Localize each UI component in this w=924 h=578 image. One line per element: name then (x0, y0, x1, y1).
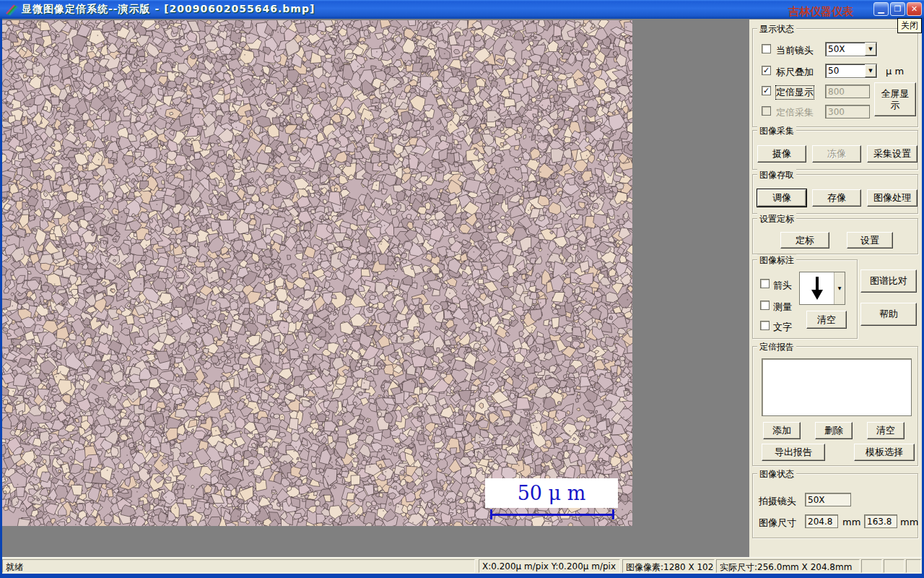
report-clear-button[interactable]: 清空 (867, 422, 905, 439)
check-icon: ✓ (763, 86, 770, 95)
group-display-status: 显示状态 当前镜头 50X ▼ ✓ 标尺叠加 50 ▼ μ m ✓ 定倍显示 8… (752, 28, 918, 127)
group-report-title: 定倍报告 (757, 341, 796, 353)
current-lens-select[interactable]: 50X ▼ (825, 42, 877, 56)
close-icon: ✕ (911, 4, 918, 14)
chevron-down-icon[interactable]: ▼ (865, 43, 876, 56)
atlas-compare-button[interactable]: 图谱比对 (860, 269, 917, 293)
current-lens-checkbox[interactable] (762, 44, 771, 53)
status-extra-pane (884, 559, 905, 573)
report-delete-button[interactable]: 删除 (815, 422, 853, 439)
load-image-button-label: 调像 (772, 192, 791, 204)
minimize-icon: ▁ (878, 4, 884, 14)
close-button[interactable]: ✕ (907, 2, 922, 16)
capture-settings-button-label: 采集设置 (873, 148, 911, 160)
fixed-display-checkbox[interactable]: ✓ (762, 86, 771, 95)
status-extra-pane (906, 559, 921, 573)
settings-button[interactable]: 设置 (847, 232, 893, 249)
group-calibration-title: 设置定标 (757, 213, 796, 225)
image-width-unit: mm (842, 517, 860, 527)
group-storage-title: 图像存取 (757, 169, 796, 181)
status-bar: 就绪 X:0.200μ m/pix Y:0.200μ m/pix 图像像素:12… (2, 557, 922, 574)
micrograph-image (2, 20, 632, 526)
arrow-checkbox-label: 箭头 (773, 279, 792, 292)
client-area: 50 μ m 显示状态 当前镜头 50X ▼ ✓ 标尺叠加 50 ▼ (2, 19, 922, 557)
report-add-button[interactable]: 添加 (763, 422, 801, 439)
group-report: 定倍报告 添加 删除 清空 导出报告 模板选择 (752, 346, 918, 466)
lens-field: 50X (805, 493, 851, 506)
fixed-capture-label: 定倍采集 (776, 106, 814, 119)
scale-overlay-checkbox[interactable]: ✓ (762, 66, 771, 75)
status-resolution: X:0.200μ m/pix Y:0.200μ m/pix (479, 559, 620, 573)
arrow-checkbox[interactable] (760, 279, 770, 288)
control-panel: 显示状态 当前镜头 50X ▼ ✓ 标尺叠加 50 ▼ μ m ✓ 定倍显示 8… (749, 20, 922, 557)
restore-icon: ❐ (894, 4, 902, 14)
group-annotation-title: 图像标注 (757, 254, 796, 267)
annotation-clear-button[interactable]: 清空 (806, 311, 847, 329)
minimize-button[interactable]: ▁ (873, 2, 889, 16)
image-height-field: 163.8 (864, 514, 897, 528)
status-actual-size: 实际尺寸:256.0mm X 204.8mm (716, 559, 860, 573)
restore-button[interactable]: ❐ (890, 2, 905, 16)
capture-button-label: 摄像 (772, 148, 791, 160)
lens-label: 拍摄镜头 (759, 495, 796, 508)
image-processing-button[interactable]: 图像处理 (867, 189, 918, 207)
fixed-capture-checkbox (762, 106, 771, 116)
capture-settings-button[interactable]: 采集设置 (867, 145, 918, 163)
title-bar[interactable]: 显微图像定倍系统--演示版 - [20090602055646.bmp] ▁ ❐… (0, 0, 924, 19)
report-delete-button-label: 删除 (824, 425, 843, 436)
status-ready: 就绪 (2, 559, 475, 573)
text-checkbox[interactable] (760, 321, 770, 330)
export-report-button-label: 导出报告 (775, 447, 812, 458)
current-lens-value: 50X (826, 43, 865, 56)
help-button[interactable]: 帮助 (860, 303, 917, 326)
arrow-style-select[interactable]: ▼ (799, 272, 845, 305)
image-height-unit: mm (900, 517, 918, 527)
vendor-watermark: 吉林仪器仪表 (788, 5, 853, 19)
freeze-button-label: 冻像 (827, 148, 846, 160)
scale-bar: 50 μ m (485, 478, 618, 508)
fixed-capture-field: 300 (825, 105, 870, 118)
status-extra-pane (861, 559, 882, 573)
fullscreen-button[interactable]: 全屏显示 (874, 82, 916, 116)
export-report-button[interactable]: 导出报告 (762, 444, 825, 461)
load-image-button[interactable]: 调像 (757, 189, 806, 207)
scale-bar-line (490, 509, 614, 519)
group-display-status-title: 显示状态 (757, 23, 796, 35)
chevron-down-icon[interactable]: ▼ (865, 64, 876, 77)
capture-button[interactable]: 摄像 (757, 145, 806, 163)
calibrate-button[interactable]: 定标 (780, 232, 829, 249)
micrograph-view[interactable]: 50 μ m (2, 20, 632, 526)
measure-checkbox[interactable] (760, 301, 770, 310)
image-size-label: 图像尺寸 (759, 517, 796, 530)
chevron-down-icon[interactable]: ▼ (834, 272, 845, 304)
window-title: 显微图像定倍系统--演示版 - [20090602055646.bmp] (22, 3, 315, 16)
image-processing-button-label: 图像处理 (873, 192, 911, 204)
template-select-button-label: 模板选择 (866, 447, 903, 458)
app-window: 显微图像定倍系统--演示版 - [20090602055646.bmp] ▁ ❐… (0, 0, 924, 578)
save-image-button[interactable]: 存像 (812, 189, 861, 207)
image-width-field: 204.8 (805, 514, 838, 528)
group-annotation: 图像标注 箭头 测量 文字 ▼ 清空 (752, 259, 858, 339)
save-image-button-label: 存像 (827, 192, 846, 204)
calibrate-button-label: 定标 (796, 235, 814, 246)
status-pixels: 图像像素:1280 X 1024 (622, 559, 715, 573)
fixed-display-label: 定倍显示 (776, 86, 814, 99)
fixed-display-field: 800 (825, 85, 870, 98)
text-checkbox-label: 文字 (773, 321, 792, 334)
group-calibration: 设置定标 定标 设置 (752, 218, 918, 254)
scale-overlay-unit: μ m (886, 66, 904, 77)
scale-overlay-select[interactable]: 50 ▼ (825, 64, 877, 78)
group-image-status-title: 图像状态 (757, 468, 796, 480)
current-lens-label: 当前镜头 (776, 44, 814, 57)
close-tooltip: 关闭 (897, 18, 922, 33)
annotation-clear-button-label: 清空 (817, 314, 836, 326)
arrow-down-icon (800, 272, 834, 304)
report-list[interactable] (762, 358, 912, 416)
group-capture: 图像采集 摄像 冻像 采集设置 (752, 130, 918, 170)
group-image-status: 图像状态 拍摄镜头 50X 图像尺寸 204.8 mm 163.8 mm (752, 473, 918, 538)
group-storage: 图像存取 调像 存像 图像处理 (752, 174, 918, 214)
help-button-label: 帮助 (879, 309, 898, 320)
group-capture-title: 图像采集 (757, 125, 796, 137)
scale-overlay-label: 标尺叠加 (776, 66, 814, 79)
template-select-button[interactable]: 模板选择 (854, 444, 915, 461)
